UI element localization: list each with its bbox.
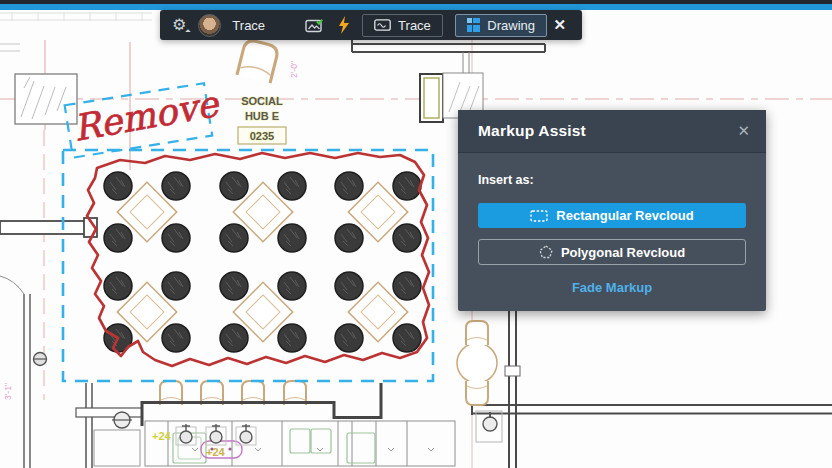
panel-title: Markup Assist bbox=[478, 122, 737, 140]
fade-markup-link[interactable]: Fade Markup bbox=[478, 280, 746, 295]
rectangular-revcloud-button[interactable]: Rectangular Revcloud bbox=[478, 203, 746, 228]
dimension-label-top: 2'-0" bbox=[289, 61, 299, 78]
settings-gear-icon[interactable]: ⚙ bbox=[172, 17, 186, 33]
room-name-line2: HUB E bbox=[245, 110, 279, 122]
polygonal-revcloud-label: Polygonal Revcloud bbox=[561, 245, 685, 260]
room-label: SOCIAL HUB E 0235 bbox=[238, 95, 286, 144]
trace-toolbar: ⚙ Trace Trace Drawing ✕ bbox=[160, 10, 582, 40]
trace-button-label: Trace bbox=[398, 18, 431, 33]
panel-close-icon[interactable]: ✕ bbox=[737, 122, 750, 140]
rectangular-revcloud-icon bbox=[530, 210, 548, 222]
dimension-label-left: 3'-1" bbox=[3, 383, 13, 400]
door-leaf bbox=[0, 276, 140, 468]
counter-height-label-a: +24 bbox=[152, 430, 172, 442]
trace-icon bbox=[374, 19, 391, 31]
markup-assist-panel: Markup Assist ✕ Insert as: Rectangular R… bbox=[458, 110, 766, 311]
markup-assist-body: Insert as: Rectangular Revcloud Polygona… bbox=[458, 153, 766, 311]
ceiling-grid bbox=[0, 12, 152, 51]
room-name-line1: SOCIAL bbox=[241, 95, 283, 107]
polygonal-revcloud-button[interactable]: Polygonal Revcloud bbox=[478, 239, 746, 265]
app-window: SOCIAL HUB E 0235 bbox=[0, 0, 832, 468]
column-hatch-left bbox=[15, 74, 77, 124]
round-table bbox=[457, 321, 497, 405]
drawing-button-label: Drawing bbox=[487, 18, 535, 33]
counter-height-label-b: +24 bbox=[206, 446, 226, 458]
markup-assist-header: Markup Assist ✕ bbox=[458, 110, 766, 153]
insert-as-label: Insert as: bbox=[478, 173, 746, 187]
remove-markup[interactable]: Remove bbox=[65, 83, 223, 158]
drawing-grid-icon bbox=[467, 18, 481, 32]
drawing-view-button[interactable]: Drawing bbox=[455, 14, 547, 37]
rectangular-revcloud-label: Rectangular Revcloud bbox=[556, 208, 693, 223]
settings-caret-icon bbox=[186, 29, 192, 35]
user-avatar[interactable] bbox=[198, 14, 221, 37]
room-number: 0235 bbox=[250, 130, 274, 142]
polygonal-revcloud-icon bbox=[539, 245, 553, 259]
trace-snapshot-check-icon[interactable] bbox=[305, 18, 324, 33]
trace-name-label: Trace bbox=[232, 18, 265, 33]
trace-view-button[interactable]: Trace bbox=[362, 14, 443, 37]
quick-measure-lightning-icon[interactable] bbox=[338, 16, 350, 34]
dining-tables bbox=[104, 172, 421, 352]
close-trace-icon[interactable]: ✕ bbox=[553, 16, 566, 34]
